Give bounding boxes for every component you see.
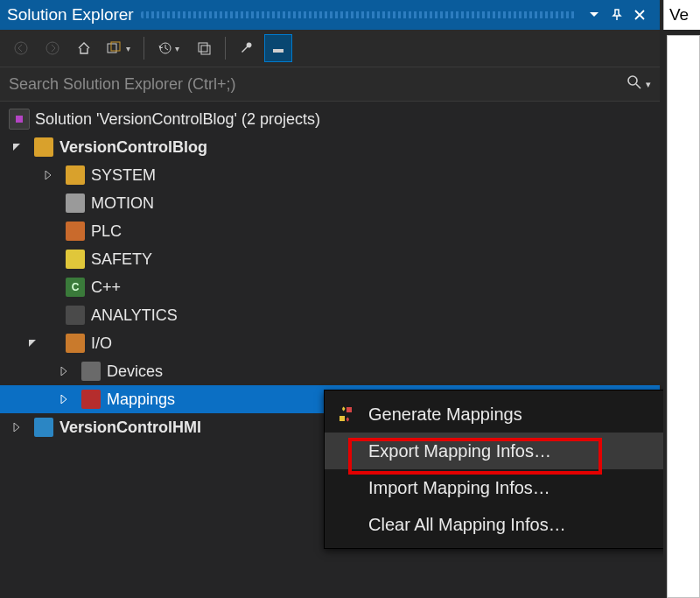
menu-label: Generate Mappings (368, 405, 522, 425)
right-panel-body (667, 35, 700, 598)
right-tab-label: Ve (669, 5, 689, 25)
system-icon (66, 165, 85, 185)
tree-project-1[interactable]: VersionControlBlog (0, 133, 660, 161)
right-panel-stub: Ve (663, 0, 700, 598)
svg-rect-9 (346, 407, 352, 412)
menu-label: Clear All Mapping Infos… (368, 515, 566, 535)
tree-node-io[interactable]: I/O (0, 329, 660, 357)
tree-node-cpp[interactable]: C C++ (0, 273, 660, 301)
tree-node-plc[interactable]: PLC (0, 217, 660, 245)
menu-label: Import Mapping Infos… (368, 478, 550, 498)
mappings-icon (81, 390, 101, 409)
window-options-icon[interactable] (583, 4, 606, 26)
menu-export-mapping-infos[interactable]: Export Mapping Infos… (325, 433, 700, 469)
search-icon[interactable] (626, 74, 642, 95)
svg-rect-7 (273, 49, 284, 53)
menu-import-mapping-infos[interactable]: Import Mapping Infos… (325, 469, 700, 506)
expander-closed-icon[interactable] (56, 395, 72, 404)
devices-icon (81, 362, 101, 381)
panel-title: Solution Explorer (7, 5, 134, 25)
menu-generate-mappings[interactable]: Generate Mappings (325, 396, 700, 433)
history-icon[interactable]: ▾ (151, 34, 186, 62)
menu-label: Export Mapping Infos… (368, 441, 551, 461)
panel-grip[interactable] (141, 11, 576, 18)
tree-label: C++ (91, 278, 121, 297)
tree-label: PLC (91, 222, 122, 241)
tree-label: Devices (107, 362, 163, 381)
hmi-icon (34, 418, 53, 437)
tree-solution[interactable]: Solution 'VersionControlBlog' (2 project… (0, 105, 660, 133)
svg-point-8 (628, 76, 637, 85)
svg-rect-10 (340, 416, 345, 421)
expander-closed-icon[interactable] (56, 367, 72, 376)
context-menu: Generate Mappings Export Mapping Infos… … (324, 390, 700, 549)
expander-open-icon[interactable] (24, 339, 40, 348)
safety-icon (66, 250, 85, 269)
tree-node-devices[interactable]: Devices (0, 357, 660, 385)
svg-rect-6 (201, 46, 210, 54)
tree-node-analytics[interactable]: ANALYTICS (0, 301, 660, 329)
expander-open-icon[interactable] (9, 143, 24, 151)
toolbar-separator (225, 37, 226, 60)
properties-icon[interactable] (233, 34, 261, 62)
cpp-icon: C (66, 278, 85, 297)
plc-icon (66, 222, 85, 241)
preview-toggle-icon[interactable] (264, 34, 292, 62)
search-options-icon[interactable]: ▾ (646, 79, 651, 90)
search-input[interactable]: Search Solution Explorer (Ctrl+;) (9, 75, 626, 94)
tree-label: Mappings (107, 390, 175, 409)
tree-label: SYSTEM (91, 166, 156, 185)
tree-label: ANALYTICS (91, 306, 178, 325)
tree-label: VersionControlBlog (60, 138, 207, 157)
project-icon (34, 137, 53, 157)
solution-icon (9, 109, 30, 130)
forward-icon[interactable] (38, 34, 66, 62)
analytics-icon (66, 306, 85, 325)
show-all-icon[interactable] (190, 34, 218, 62)
menu-clear-all-mapping-infos[interactable]: Clear All Mapping Infos… (325, 506, 700, 543)
tree-label: VersionControlHMI (60, 419, 201, 437)
expander-closed-icon[interactable] (9, 423, 24, 432)
tree-label: SAFETY (91, 250, 152, 269)
panel-toolbar: ▾ ▾ (0, 30, 660, 67)
tree-node-system[interactable]: SYSTEM (0, 161, 660, 189)
io-icon (66, 334, 85, 353)
svg-rect-5 (199, 43, 207, 52)
sync-view-icon[interactable]: ▾ (102, 34, 136, 62)
svg-point-1 (46, 42, 59, 54)
toolbar-separator (144, 37, 144, 60)
search-bar[interactable]: Search Solution Explorer (Ctrl+;) ▾ (0, 67, 660, 102)
generate-mappings-icon (332, 405, 360, 423)
motion-icon (66, 193, 85, 213)
right-tab[interactable]: Ve (663, 0, 700, 30)
tree-node-safety[interactable]: SAFETY (0, 245, 660, 273)
pin-icon[interactable] (606, 4, 628, 26)
tree-node-motion[interactable]: MOTION (0, 189, 660, 217)
close-icon[interactable] (628, 4, 651, 26)
tree-label: MOTION (91, 194, 154, 213)
back-icon[interactable] (7, 34, 35, 62)
panel-titlebar[interactable]: Solution Explorer (0, 0, 660, 30)
svg-point-0 (15, 42, 27, 54)
tree-label: I/O (91, 334, 112, 353)
home-icon[interactable] (70, 34, 98, 62)
expander-closed-icon[interactable] (40, 171, 56, 179)
tree-label: Solution 'VersionControlBlog' (2 project… (35, 110, 320, 129)
